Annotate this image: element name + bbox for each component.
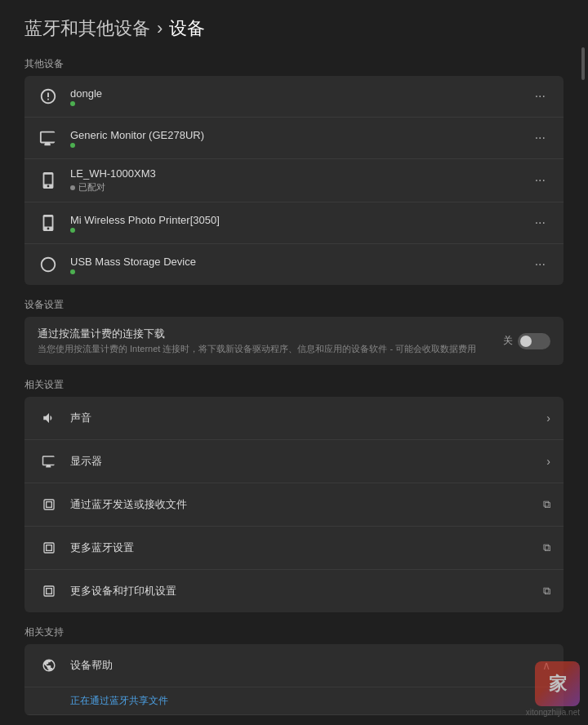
related-item-more-bluetooth[interactable]: 更多蓝牙设置 ⧉ (24, 527, 564, 570)
metered-connection-title: 通过按流量计费的连接下载 (38, 327, 490, 341)
related-support-section-title: 相关支持 (24, 625, 564, 639)
related-item-arrow-sound: › (546, 411, 550, 425)
support-sub-item-share[interactable]: 正在通过蓝牙共享文件 (24, 687, 564, 715)
status-dot-usb (70, 269, 75, 274)
related-item-display[interactable]: 显示器 › (24, 440, 564, 483)
device-icon-dongle (36, 84, 60, 109)
related-item-more-devices[interactable]: ↓ → ↑ 更多设备和打印机设置 ← ⧉ (24, 570, 564, 612)
device-name-headphone: LE_WH-1000XM3 (70, 167, 528, 180)
device-item-headphone[interactable]: LE_WH-1000XM3 已配对 ··· (24, 159, 564, 202)
device-name-printer: Mi Wireless Photo Printer[3050] (70, 214, 528, 226)
device-status-text-headphone: 已配对 (78, 181, 105, 193)
toggle-off-label: 关 (503, 334, 513, 348)
device-status-printer (70, 228, 528, 233)
status-dot-printer (70, 228, 75, 233)
device-more-monitor[interactable]: ··· (528, 127, 552, 149)
device-status-headphone: 已配对 (70, 181, 528, 193)
device-status-dongle (70, 101, 528, 106)
related-item-label-more-bluetooth: 更多蓝牙设置 (70, 540, 543, 555)
related-item-arrow-display: › (546, 455, 550, 468)
settings-page: 蓝牙和其他设备 › 设备 其他设备 dongle ··· (0, 0, 588, 725)
more-bluetooth-icon (38, 536, 60, 559)
device-icon-usb (36, 252, 60, 277)
device-settings-section-title: 设备设置 (24, 298, 564, 312)
device-info-dongle: dongle (70, 87, 528, 106)
related-item-label-more-devices: 更多设备和打印机设置 (70, 584, 543, 598)
device-more-usb[interactable]: ··· (528, 254, 552, 275)
metered-toggle[interactable] (518, 333, 550, 349)
support-item-device-help[interactable]: 设备帮助 ∧ (24, 644, 564, 687)
device-info-monitor: Generic Monitor (GE278UR) (70, 129, 528, 148)
watermark: 家 xitongzhijia.net (526, 661, 580, 717)
device-icon-headphone (36, 168, 60, 193)
sound-icon (38, 407, 60, 429)
device-item-printer[interactable]: Mi Wireless Photo Printer[3050] ··· (24, 202, 564, 244)
toggle-slider (518, 333, 550, 349)
scrollbar[interactable] (581, 47, 585, 80)
svg-rect-0 (44, 500, 54, 509)
device-item-dongle[interactable]: dongle ··· (24, 76, 564, 118)
other-devices-section-title: 其他设备 (24, 57, 564, 71)
related-item-label-display: 显示器 (70, 454, 546, 469)
external-link-icon-more-devices: ⧉ (543, 585, 550, 598)
metered-toggle-wrap: 关 (503, 333, 550, 349)
breadcrumb-current: 设备 (169, 16, 205, 41)
related-item-bluetooth-transfer[interactable]: 通过蓝牙发送或接收文件 ⧉ (24, 483, 564, 527)
device-info-printer: Mi Wireless Photo Printer[3050] (70, 214, 528, 233)
related-settings-section-title: 相关设置 (24, 378, 564, 392)
status-dot-dongle (70, 101, 75, 106)
breadcrumb-separator: › (157, 18, 163, 39)
display-icon (38, 450, 60, 473)
external-link-icon-more-bluetooth: ⧉ (543, 541, 550, 554)
device-status-usb (70, 269, 528, 274)
share-file-link[interactable]: 正在通过蓝牙共享文件 (70, 695, 168, 706)
device-item-monitor[interactable]: Generic Monitor (GE278UR) ··· (24, 118, 564, 159)
breadcrumb: 蓝牙和其他设备 › 设备 (24, 16, 564, 41)
device-status-monitor (70, 143, 528, 148)
breadcrumb-parent[interactable]: 蓝牙和其他设备 (24, 16, 150, 41)
device-name-monitor: Generic Monitor (GE278UR) (70, 129, 528, 141)
status-dot-headphone (70, 185, 75, 190)
svg-rect-1 (44, 543, 54, 553)
metered-connection-desc: 当您使用按流量计费的 Internet 连接时，将下载新设备驱动程序、信息和应用… (38, 343, 490, 355)
device-more-headphone[interactable]: ··· (528, 170, 552, 191)
related-item-label-bluetooth-transfer: 通过蓝牙发送或接收文件 (70, 497, 543, 512)
related-settings-list: 声音 › 显示器 › 通过蓝牙发送或接收文件 ⧉ (24, 397, 564, 612)
globe-icon (38, 654, 60, 677)
device-info-usb: USB Mass Storage Device (70, 256, 528, 274)
external-link-icon-bluetooth-transfer: ⧉ (543, 498, 550, 511)
support-list: 设备帮助 ∧ 正在通过蓝牙共享文件 (24, 644, 564, 715)
device-icon-printer (36, 211, 60, 235)
device-name-dongle: dongle (70, 87, 528, 100)
device-icon-monitor (36, 126, 60, 150)
device-item-usb[interactable]: USB Mass Storage Device ··· (24, 244, 564, 285)
metered-connection-text: 通过按流量计费的连接下载 当您使用按流量计费的 Internet 连接时，将下载… (38, 327, 503, 355)
more-devices-icon (38, 580, 60, 603)
related-item-sound[interactable]: 声音 › (24, 397, 564, 440)
device-more-printer[interactable]: ··· (528, 212, 552, 234)
status-dot-monitor (70, 143, 75, 148)
device-name-usb: USB Mass Storage Device (70, 256, 528, 268)
bluetooth-transfer-icon (38, 493, 60, 516)
device-info-headphone: LE_WH-1000XM3 已配对 (70, 167, 528, 193)
support-item-label-device-help: 设备帮助 (70, 658, 542, 673)
svg-rect-2 (44, 586, 54, 596)
related-item-label-sound: 声音 (70, 411, 546, 425)
device-more-dongle[interactable]: ··· (528, 86, 552, 107)
metered-connection-setting[interactable]: 通过按流量计费的连接下载 当您使用按流量计费的 Internet 连接时，将下载… (24, 317, 564, 365)
device-list: dongle ··· Generic Monitor (GE278UR) ··· (24, 76, 564, 285)
watermark-logo: 家 xitongzhijia.net (526, 661, 580, 717)
